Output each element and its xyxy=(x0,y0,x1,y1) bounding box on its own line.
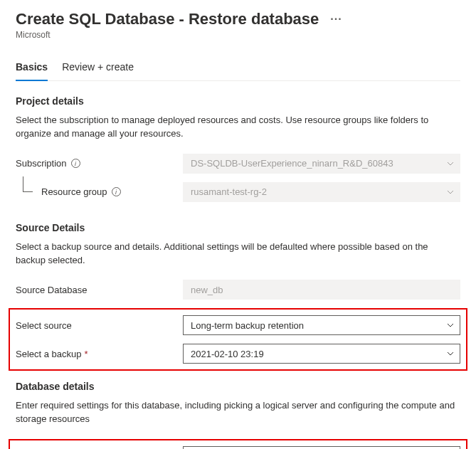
resource-group-label-text: Resource group xyxy=(41,186,107,197)
resource-group-value: rusamant-test-rg-2 xyxy=(191,186,267,197)
page-subtitle: Microsoft xyxy=(16,30,460,40)
source-highlight-box: Select source Long-term backup retention… xyxy=(9,308,467,371)
subscription-label: Subscription i xyxy=(16,158,183,169)
source-details-heading: Source Details xyxy=(16,222,460,233)
select-source-dropdown[interactable]: Long-term backup retention xyxy=(183,315,460,335)
tab-basics[interactable]: Basics xyxy=(16,56,48,81)
source-database-field: new_db xyxy=(183,280,460,300)
select-backup-label-text: Select a backup xyxy=(16,349,82,359)
info-icon[interactable]: i xyxy=(112,187,121,196)
select-backup-label: Select a backup * xyxy=(16,349,183,359)
select-source-label: Select source xyxy=(16,320,183,331)
subscription-label-text: Subscription xyxy=(16,158,67,169)
source-database-value: new_db xyxy=(191,285,223,295)
resource-group-dropdown[interactable]: rusamant-test-rg-2 xyxy=(183,182,460,202)
project-details-heading: Project details xyxy=(16,95,460,107)
more-actions-icon[interactable]: ··· xyxy=(330,13,342,26)
database-highlight-box: Database name * new_db_2021-02-10T23-19Z xyxy=(9,439,467,449)
source-database-label: Source Database xyxy=(16,285,183,295)
subscription-dropdown[interactable]: DS-SQLDB-UserExperience_ninarn_R&D_60843 xyxy=(183,154,460,174)
page-title: Create SQL Database - Restore database ·… xyxy=(16,10,460,28)
subscription-value: DS-SQLDB-UserExperience_ninarn_R&D_60843 xyxy=(191,158,393,169)
resource-group-label: Resource group i xyxy=(16,186,183,197)
required-indicator: * xyxy=(85,349,88,359)
info-icon[interactable]: i xyxy=(71,159,80,168)
tab-review-create[interactable]: Review + create xyxy=(62,56,134,81)
tabs: Basics Review + create xyxy=(16,56,460,81)
database-details-desc: Enter required settings for this databas… xyxy=(16,399,460,426)
page-title-text: Create SQL Database - Restore database xyxy=(16,10,319,28)
project-details-desc: Select the subscription to manage deploy… xyxy=(16,114,460,141)
source-details-desc: Select a backup source and details. Addi… xyxy=(16,241,460,268)
database-details-heading: Database details xyxy=(16,381,460,392)
tree-line-icon xyxy=(23,176,33,192)
select-backup-value: 2021-02-10 23:19 xyxy=(191,349,264,359)
database-name-field[interactable]: new_db_2021-02-10T23-19Z xyxy=(183,446,460,449)
select-source-value: Long-term backup retention xyxy=(191,320,304,331)
select-backup-dropdown[interactable]: 2021-02-10 23:19 xyxy=(183,344,460,364)
